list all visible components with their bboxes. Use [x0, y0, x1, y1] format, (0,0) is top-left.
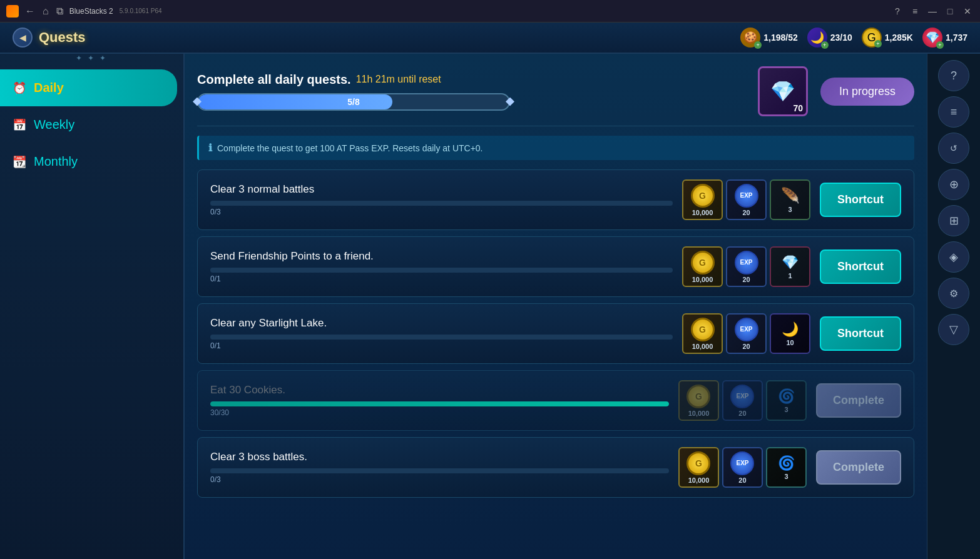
quest-row-5: Clear 3 boss battles.0/3G10,000EXP20🌀3Co…	[197, 437, 914, 498]
moon-plus[interactable]: +	[821, 41, 829, 49]
coin-value-5: 10,000	[688, 476, 710, 484]
sidebar-decoration: ✦ ✦ ✦	[76, 54, 108, 63]
maximize-button[interactable]: □	[944, 5, 956, 18]
help-button[interactable]: ?	[891, 5, 904, 18]
sidebar-item-weekly[interactable]: 📅 Weekly	[0, 106, 183, 143]
reward-item-2-2: 💎1	[770, 246, 810, 287]
gold-resource: G + 1,285K	[862, 28, 913, 48]
daily-title-line: Complete all daily quests. 11h 21m until…	[197, 73, 745, 87]
title-bar: ← ⌂ ⧉ BlueStacks 2 5.9.0.1061 P64 ? ≡ — …	[0, 0, 980, 23]
scroll-icon-5: 🌀	[778, 455, 795, 471]
complete-button-4[interactable]: Complete	[816, 383, 901, 418]
info-text: Complete the quest to get 100 AT Pass EX…	[217, 143, 483, 153]
quest-rewards-2: G10,000EXP20💎1	[682, 246, 810, 287]
minimize-button[interactable]: —	[926, 5, 939, 18]
daily-timer: 11h 21m until reset	[356, 74, 441, 85]
reward-item-5-2: 🌀3	[766, 447, 807, 488]
daily-title: Complete all daily quests.	[197, 73, 351, 87]
nav-windows-icon[interactable]: ⧉	[56, 6, 63, 17]
feather-value-1: 3	[788, 206, 792, 213]
cookie-plus[interactable]: +	[754, 41, 762, 49]
cookie-icon: 🍪 +	[740, 28, 760, 48]
coin-value-2: 10,000	[692, 276, 713, 283]
quest-progress-bar-5	[210, 468, 669, 473]
exp-value-3: 20	[742, 343, 750, 350]
sidebar-item-daily[interactable]: ⏰ Daily	[0, 69, 177, 106]
reward-item-4-2: 🌀3	[766, 380, 807, 421]
exp-icon-1: EXP	[735, 184, 758, 208]
reward-item-1-0: G10,000	[682, 179, 723, 220]
menu-button[interactable]: ≡	[909, 5, 921, 18]
coin-value-1: 10,000	[692, 209, 713, 216]
right-panel-btn-5[interactable]: ⊞	[938, 205, 969, 236]
coin-icon-2: G	[691, 251, 715, 274]
right-panel-btn-8[interactable]: ▽	[938, 314, 969, 345]
quest-progress-text-1: 0/3	[210, 208, 673, 216]
quest-progress-text-4: 30/30	[210, 408, 669, 417]
right-panel-btn-settings[interactable]: ⚙	[938, 278, 969, 309]
sidebar-label-monthly: Monthly	[34, 154, 78, 169]
exp-value-5: 20	[738, 476, 746, 484]
coin-icon-1: G	[691, 184, 715, 208]
right-panel-btn-2[interactable]: ≡	[938, 96, 969, 128]
back-button[interactable]: ◀	[13, 28, 33, 48]
right-panel-btn-4[interactable]: ⊕	[938, 169, 969, 200]
coin-value-4: 10,000	[688, 410, 710, 417]
quest-name-3: Clear any Starlight Lake.	[210, 317, 673, 330]
reward-item-3-0: G10,000	[682, 313, 723, 354]
quest-info-5: Clear 3 boss battles.0/3	[210, 451, 669, 484]
gold-plus[interactable]: +	[874, 40, 882, 48]
resource-items: 🍪 + 1,198/52 🌙 + 23/10 G + 1,285K 💎 + 1,…	[740, 28, 967, 48]
page-title: Quests	[39, 29, 86, 46]
quest-info-1: Clear 3 normal battles0/3	[210, 183, 673, 216]
quest-row-2: Send Friendship Points to a friend.0/1G1…	[197, 236, 914, 297]
app-name: BlueStacks 2	[69, 7, 113, 16]
quest-rewards-5: G10,000EXP20🌀3	[678, 447, 807, 488]
exp-value-1: 20	[742, 209, 750, 216]
quest-info-3: Clear any Starlight Lake.0/1	[210, 317, 673, 350]
shortcut-button-2[interactable]: Shortcut	[820, 249, 901, 284]
right-panel-btn-1[interactable]: ?	[938, 60, 969, 91]
reward-item-5-1: EXP20	[722, 447, 763, 488]
reward-item-4-1: EXP20	[722, 380, 763, 421]
right-panel-btn-3[interactable]: ↺	[938, 133, 969, 164]
right-panel-btn-6[interactable]: ◈	[938, 241, 969, 273]
content-area: Complete all daily quests. 11h 21m until…	[185, 54, 927, 559]
scroll-value-5: 3	[784, 473, 788, 480]
daily-progress-fill	[198, 94, 392, 109]
complete-button-5[interactable]: Complete	[816, 450, 901, 485]
quest-progress-text-2: 0/1	[210, 274, 673, 283]
gem-plus[interactable]: +	[936, 41, 944, 49]
scroll-value-4: 3	[784, 406, 788, 413]
moon-reward-icon-3: 🌙	[782, 321, 799, 338]
quest-progress-bar-1	[210, 201, 673, 206]
exp-icon-4: EXP	[730, 385, 754, 408]
shortcut-button-1[interactable]: Shortcut	[820, 183, 901, 217]
app-version: 5.9.0.1061 P64	[120, 8, 162, 14]
monthly-icon: 📆	[13, 155, 26, 169]
moon-value: 23/10	[830, 33, 852, 43]
sidebar-item-monthly[interactable]: 📆 Monthly	[0, 143, 183, 180]
info-icon: ℹ	[208, 142, 212, 154]
nav-home-icon[interactable]: ⌂	[43, 6, 49, 17]
quest-progress-text-3: 0/1	[210, 341, 673, 350]
quest-rewards-3: G10,000EXP20🌙10	[682, 313, 810, 354]
exp-icon-2: EXP	[735, 251, 758, 274]
close-button[interactable]: ✕	[961, 5, 974, 18]
daily-reward: 💎 70	[758, 66, 808, 116]
in-progress-button[interactable]: In progress	[820, 78, 914, 106]
exp-value-2: 20	[742, 276, 750, 283]
shortcut-button-3[interactable]: Shortcut	[820, 316, 901, 351]
nav-back-icon[interactable]: ←	[25, 6, 35, 17]
back-arrow-icon: ◀	[19, 33, 26, 43]
moon-resource-icon: 🌙 +	[807, 28, 827, 48]
quest-progress-bar-2	[210, 268, 673, 273]
sidebar-label-weekly: Weekly	[34, 118, 74, 132]
quest-progress-bar-3	[210, 335, 673, 340]
reward-item-2-0: G10,000	[682, 246, 723, 287]
quest-name-2: Send Friendship Points to a friend.	[210, 250, 673, 263]
scroll-icon-4: 🌀	[778, 388, 795, 405]
moon-resource: 🌙 + 23/10	[807, 28, 852, 48]
coin-icon-5: G	[687, 451, 710, 475]
nav-controls: ← ⌂ ⧉	[25, 6, 63, 17]
